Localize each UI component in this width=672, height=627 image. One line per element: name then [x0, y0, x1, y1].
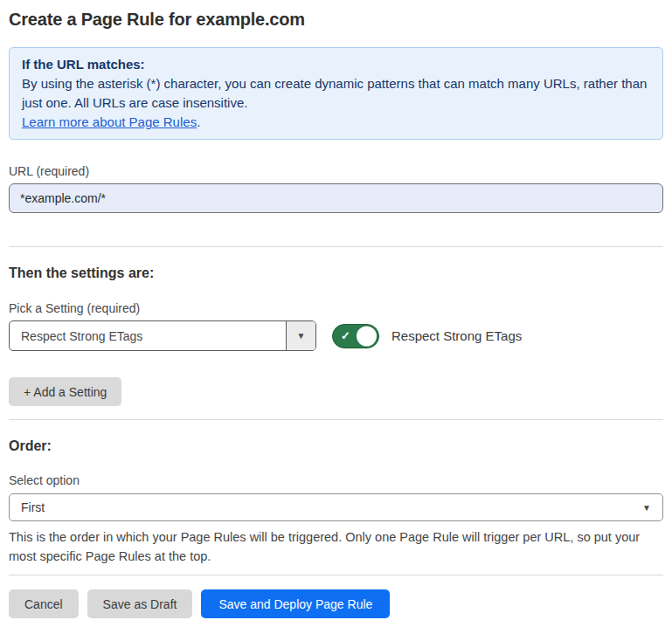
section-divider — [9, 419, 663, 420]
page-title: Create a Page Rule for example.com — [9, 0, 663, 30]
save-deploy-button[interactable]: Save and Deploy Page Rule — [201, 589, 390, 618]
select-option-label: Select option — [9, 473, 663, 487]
toggle-knob — [357, 326, 377, 346]
info-box-heading: If the URL matches: — [22, 55, 650, 74]
link-suffix: . — [197, 114, 200, 129]
order-select-value: First — [21, 500, 45, 514]
respect-strong-etags-toggle[interactable]: ✓ — [332, 324, 379, 348]
url-input[interactable] — [9, 183, 663, 213]
setting-select[interactable]: Respect Strong ETags ▼ — [9, 320, 316, 351]
footer-actions: Cancel Save as Draft Save and Deploy Pag… — [9, 589, 663, 618]
pick-setting-label: Pick a Setting (required) — [9, 301, 663, 315]
info-box-body: By using the asterisk (*) character, you… — [22, 74, 650, 113]
check-icon: ✓ — [341, 330, 350, 341]
page-rule-form: Create a Page Rule for example.com If th… — [0, 0, 672, 618]
setting-row: Respect Strong ETags ▼ ✓ Respect Strong … — [9, 320, 663, 351]
settings-section-heading: Then the settings are: — [9, 265, 663, 281]
setting-select-value: Respect Strong ETags — [10, 321, 286, 350]
url-field-label: URL (required) — [9, 164, 663, 178]
url-match-info-box: If the URL matches: By using the asteris… — [9, 47, 663, 140]
section-divider — [9, 246, 663, 247]
chevron-down-icon[interactable]: ▼ — [286, 321, 315, 350]
cancel-button[interactable]: Cancel — [9, 589, 79, 618]
toggle-label: Respect Strong ETags — [391, 328, 522, 343]
footer-divider — [9, 575, 663, 575]
order-select[interactable]: First ▼ — [9, 493, 663, 521]
learn-more-link[interactable]: Learn more about Page Rules — [22, 114, 197, 129]
info-box-link-line: Learn more about Page Rules. — [22, 113, 650, 132]
save-draft-button[interactable]: Save as Draft — [87, 589, 193, 618]
chevron-down-icon: ▼ — [642, 503, 651, 513]
order-section-heading: Order: — [9, 438, 663, 454]
order-help-text: This is the order in which your Page Rul… — [9, 527, 662, 566]
toggle-group: ✓ Respect Strong ETags — [332, 324, 522, 348]
add-setting-button[interactable]: + Add a Setting — [9, 377, 121, 406]
